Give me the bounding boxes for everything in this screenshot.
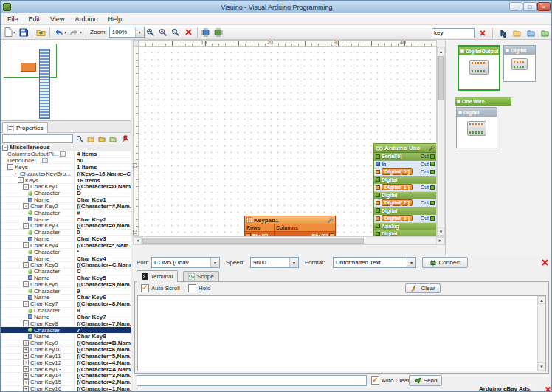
tab-properties[interactable]: Properties bbox=[2, 122, 48, 133]
input-pin[interactable] bbox=[376, 154, 380, 159]
checkbox[interactable]: ✓ bbox=[371, 376, 379, 385]
property-row[interactable]: -Char Key2{(Character=#,Nam... bbox=[1, 203, 131, 210]
property-category-row[interactable]: -Miscellaneous bbox=[1, 145, 131, 151]
property-row[interactable]: +Char Key10{(Character=6,Nam... bbox=[1, 347, 131, 354]
component-thumbnail[interactable] bbox=[511, 58, 528, 70]
send-button[interactable]: Send bbox=[409, 375, 442, 386]
clear-button[interactable]: Clear bbox=[405, 283, 441, 293]
zoom-reset-button[interactable] bbox=[170, 26, 182, 38]
undo-dropdown-icon[interactable]: ▾ bbox=[64, 30, 66, 35]
input-pin[interactable] bbox=[376, 208, 380, 213]
menu-file[interactable]: File bbox=[2, 16, 24, 23]
checkbox[interactable]: ✓ bbox=[141, 284, 149, 292]
scroll-up-arrow[interactable]: ▲ bbox=[438, 47, 444, 55]
property-row[interactable]: +Char Key16{(Character=1,Nam... bbox=[1, 386, 131, 392]
upload-arduino-button[interactable] bbox=[213, 26, 225, 38]
property-row[interactable]: Character# bbox=[1, 210, 131, 216]
property-row[interactable]: -Keys16 Items bbox=[1, 177, 131, 184]
new-project-dropdown-icon[interactable]: ▾ bbox=[13, 30, 15, 35]
property-row[interactable]: NameChar Key5 bbox=[1, 275, 131, 282]
property-row[interactable]: +Char Key12{(Character=4,Nam... bbox=[1, 360, 131, 366]
input-pin[interactable] bbox=[376, 201, 380, 205]
scroll-up-arrow[interactable]: ▲ bbox=[538, 296, 545, 304]
property-row[interactable]: -Char Key8{(Character=7,Nam... bbox=[1, 320, 131, 327]
menu-view[interactable]: View bbox=[45, 16, 69, 23]
speed-dropdown-icon[interactable]: ▾ bbox=[289, 258, 298, 267]
minimize-button[interactable]: ─ bbox=[509, 2, 522, 11]
close-ads-button[interactable] bbox=[543, 385, 552, 392]
compile-button[interactable] bbox=[200, 26, 213, 38]
property-row[interactable]: NameChar Key6 bbox=[1, 295, 131, 301]
palette-favorites-button[interactable] bbox=[525, 27, 537, 39]
scroll-right-arrow[interactable]: ► bbox=[436, 237, 444, 244]
component-thumbnail[interactable] bbox=[469, 60, 489, 75]
property-row[interactable]: ColumnsOutputPi...4 Items bbox=[1, 151, 131, 158]
sort-properties-button[interactable] bbox=[108, 134, 117, 144]
property-row[interactable]: -CharacterKeyGro...{(Keys=16,Name=Charac… bbox=[1, 171, 131, 177]
scroll-down-arrow[interactable]: ▼ bbox=[538, 362, 545, 371]
tree-expander[interactable]: - bbox=[2, 145, 8, 151]
property-row[interactable]: CharacterD bbox=[1, 190, 131, 197]
property-row[interactable]: NameChar Key4 bbox=[1, 255, 131, 262]
input-pin[interactable] bbox=[376, 193, 380, 197]
scroll-thumb[interactable] bbox=[438, 56, 444, 100]
property-row[interactable]: +Char Key15{(Character=2,Nam... bbox=[1, 379, 131, 386]
palette-categories-button[interactable] bbox=[511, 27, 523, 39]
redo-dropdown-icon[interactable]: ▾ bbox=[80, 30, 82, 35]
output-pin[interactable] bbox=[430, 162, 435, 166]
property-row[interactable]: Character8 bbox=[1, 308, 131, 314]
zoom-in-button[interactable] bbox=[145, 26, 157, 38]
zoom-select[interactable]: 100% ▾ bbox=[109, 27, 145, 38]
property-row[interactable]: DebounceI...50 bbox=[1, 158, 131, 165]
tree-expander[interactable]: + bbox=[23, 379, 29, 385]
input-pin[interactable] bbox=[376, 162, 380, 166]
property-row[interactable]: Character7 bbox=[1, 327, 131, 334]
port-select[interactable]: COM5 (Unav ▾ bbox=[151, 257, 220, 268]
output-pin[interactable] bbox=[430, 201, 435, 205]
property-row[interactable]: NameChar Key7 bbox=[1, 314, 131, 321]
auto-clear-checkbox[interactable]: ✓ Auto Clear bbox=[371, 376, 410, 385]
property-search-icon[interactable] bbox=[75, 134, 84, 144]
property-row[interactable]: -Char Key3{(Character=0,Nam... bbox=[1, 223, 131, 230]
property-row[interactable]: +Char Key11{(Character=5,Nam... bbox=[1, 354, 131, 360]
output-pin[interactable] bbox=[430, 170, 435, 174]
auto-scroll-checkbox[interactable]: ✓ Auto Scroll bbox=[141, 284, 180, 292]
property-row[interactable]: NameChar Key1 bbox=[1, 197, 131, 204]
property-row[interactable]: +Char Key13{(Character=A,Nam... bbox=[1, 366, 131, 373]
output-pin[interactable] bbox=[430, 185, 435, 190]
tree-expander[interactable]: + bbox=[23, 386, 29, 392]
input-pin[interactable] bbox=[376, 177, 380, 182]
scroll-thumb[interactable] bbox=[142, 238, 364, 244]
canvas-horizontal-scrollbar[interactable]: ◄ ► bbox=[133, 236, 445, 245]
property-row[interactable]: Character9 bbox=[1, 288, 131, 295]
input-pin[interactable] bbox=[376, 185, 380, 190]
redo-button[interactable]: ▾ bbox=[68, 26, 83, 38]
property-row[interactable]: +Char Key9{(Character=B,Nam... bbox=[1, 340, 131, 347]
input-pin[interactable] bbox=[376, 216, 380, 221]
panel-splitter[interactable] bbox=[133, 245, 445, 255]
output-pin[interactable] bbox=[430, 216, 435, 221]
ellipsis-button[interactable] bbox=[60, 151, 66, 157]
tree-expander[interactable]: + bbox=[23, 366, 29, 372]
close-button[interactable]: × bbox=[537, 2, 551, 11]
checkbox[interactable] bbox=[188, 284, 196, 292]
scroll-down-arrow[interactable]: ▼ bbox=[438, 227, 444, 235]
hold-checkbox[interactable]: Hold bbox=[188, 284, 210, 292]
save-button[interactable] bbox=[17, 26, 30, 38]
property-row[interactable]: -Char Key1{(Character=D,Nam... bbox=[1, 184, 131, 190]
format-dropdown-icon[interactable]: ▾ bbox=[407, 258, 415, 267]
wrench-icon[interactable] bbox=[427, 145, 435, 152]
tree-expander[interactable]: + bbox=[23, 354, 29, 360]
tree-expander[interactable]: - bbox=[7, 164, 13, 170]
pin-panel-button[interactable] bbox=[120, 134, 129, 144]
send-message-input[interactable] bbox=[137, 375, 367, 386]
port-dropdown-icon[interactable]: ▾ bbox=[210, 258, 219, 267]
new-project-button[interactable]: ▾ bbox=[2, 26, 17, 38]
component-search-input[interactable] bbox=[432, 28, 475, 38]
property-row[interactable]: -Char Key4{(Character=*,Nam... bbox=[1, 242, 131, 249]
open-project-button[interactable] bbox=[35, 26, 47, 38]
zoom-dropdown-icon[interactable]: ▾ bbox=[135, 27, 144, 37]
undo-button[interactable]: ▾ bbox=[52, 26, 68, 38]
property-row[interactable]: NameChar Key3 bbox=[1, 236, 131, 243]
component-arduino-uno[interactable]: Arduino Uno Serial[0]OutInOutDigital[ 0 … bbox=[373, 143, 437, 236]
